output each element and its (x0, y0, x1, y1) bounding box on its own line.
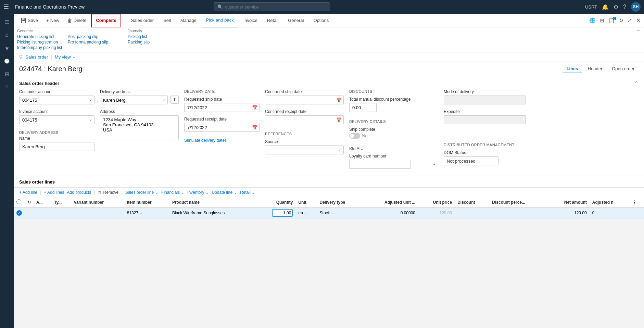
bell-icon[interactable]: 🔔 (602, 4, 609, 10)
picking-list-reg-link[interactable]: Picking list registration (17, 40, 62, 45)
confirmed-receipt-date-label: Confirmed receipt date (265, 109, 344, 114)
delivery-address-input[interactable] (100, 96, 168, 104)
td-quantity[interactable] (256, 207, 295, 218)
td-checkbox[interactable]: ✓ (14, 207, 25, 218)
sidebar-item-list[interactable]: ≡ (1, 81, 12, 92)
tab-header[interactable]: Header (584, 65, 607, 73)
expand-icon[interactable]: ⤢ (628, 17, 632, 24)
confirmed-receipt-date-input[interactable] (265, 115, 344, 124)
hamburger-icon[interactable]: ☰ (3, 3, 9, 11)
table-row[interactable]: ✓ ⌄ (14, 207, 644, 218)
tab-options[interactable]: Options (309, 14, 333, 27)
source-select[interactable] (265, 146, 344, 154)
close-icon[interactable]: ✕ (636, 17, 641, 24)
confirmed-ship-date-icon[interactable]: 📅 (336, 98, 342, 103)
tab-open-order[interactable]: Open order (608, 65, 639, 73)
post-packing-slip-link[interactable]: Post packing slip (67, 34, 108, 39)
view-selector[interactable]: My view ⌄ (55, 54, 75, 60)
form-col-2: Delivery address ⬆ Address 1234 Maple Wa… (100, 89, 179, 172)
save-button[interactable]: 💾 Save (17, 14, 41, 27)
sidebar-item-menu[interactable]: ☰ (1, 16, 12, 27)
generate-group-label: Generate (17, 29, 108, 33)
ship-complete-toggle[interactable] (349, 133, 360, 139)
tab-sales-order[interactable]: Sales order (127, 14, 158, 27)
requested-receipt-date-icon[interactable]: 📅 (252, 125, 257, 130)
tab-retail[interactable]: Retail (263, 14, 282, 27)
total-manual-discount-input[interactable] (349, 103, 377, 112)
sales-order-line-btn[interactable]: Sales order line ⌄ (125, 190, 159, 195)
requested-ship-date-input[interactable] (184, 103, 260, 112)
simulate-delivery-link[interactable]: Simulate delivery dates (184, 138, 260, 143)
expedite-input[interactable] (444, 115, 526, 124)
delivery-type-chevron[interactable]: ⌄ (331, 211, 334, 215)
add-products-btn[interactable]: Add products (67, 190, 91, 195)
requested-ship-date-icon[interactable]: 📅 (252, 105, 257, 110)
customer-account-input[interactable] (19, 96, 94, 104)
loyalty-card-select[interactable] (349, 160, 411, 169)
sidebar-item-home[interactable]: ⌂ (1, 29, 12, 40)
page-title: 024474 : Karen Berg (19, 65, 83, 73)
th-delivery-type: Delivery type (317, 197, 364, 207)
th-adjusted-unit: Adjusted unit ... (364, 197, 418, 207)
column-icon[interactable]: ⊞ (600, 17, 604, 24)
mode-of-delivery-input[interactable] (444, 96, 526, 104)
header-radio[interactable] (16, 199, 21, 204)
td-variant: ⌄ (71, 207, 124, 218)
picking-list-journal-link[interactable]: Picking list (128, 34, 169, 39)
th-discount: Discount (455, 197, 489, 207)
refresh-top-icon[interactable]: ↻ (619, 17, 623, 24)
add-lines-btn[interactable]: + Add lines (44, 190, 64, 195)
section-collapse-icon[interactable]: ⌃ (634, 80, 639, 86)
badge-icon[interactable]: 📋0 (608, 17, 615, 24)
tab-lines[interactable]: Lines (563, 65, 582, 73)
invoice-account-input[interactable] (19, 115, 94, 124)
tab-invoice[interactable]: Invoice (239, 14, 262, 27)
ship-complete-toggle-wrapper: No (349, 133, 438, 139)
form-col-6: Mode of delivery Expedite DISTRIBUTED OR… (444, 89, 526, 172)
chevron-down-icon-ret: ⌄ (252, 190, 255, 195)
tab-sell[interactable]: Sell (159, 14, 175, 27)
generate-picking-list-link[interactable]: Generate picking list (17, 34, 62, 39)
th-product: Product name (169, 197, 256, 207)
delete-button[interactable]: 🗑 Delete (64, 14, 90, 27)
name-input[interactable] (19, 142, 94, 151)
add-line-btn[interactable]: + Add line (19, 190, 37, 195)
financials-btn[interactable]: Financials ⌄ (161, 190, 185, 195)
page-actions: Lines Header Open order (563, 65, 639, 73)
tab-pick-and-pack[interactable]: Pick and pack (202, 14, 238, 27)
update-line-btn[interactable]: Update line ⌄ (212, 190, 237, 195)
confirmed-receipt-date-icon[interactable]: 📅 (336, 117, 342, 123)
address-textarea[interactable]: 1234 Maple Way San Francisco, CA 94103 U… (100, 115, 179, 139)
variant-chevron[interactable]: ⌄ (75, 211, 78, 215)
address-upload-icon[interactable]: ⬆ (171, 96, 179, 104)
search-input[interactable] (225, 4, 326, 10)
ribbon-collapse-icon[interactable]: ⌃ (636, 29, 641, 34)
td-more (630, 207, 644, 218)
avatar[interactable]: SH (631, 2, 641, 12)
tab-general[interactable]: General (284, 14, 308, 27)
sidebar-item-workspaces[interactable]: ⊞ (1, 68, 12, 79)
settings-icon[interactable]: ⚙ (614, 4, 618, 10)
dom-status-field: DOM Status Not processed (444, 150, 526, 165)
requested-receipt-date-input[interactable] (184, 123, 260, 132)
sidebar-item-recent[interactable]: 🕐 (1, 55, 12, 66)
pro-forma-packing-link[interactable]: Pro forma packing slip (67, 40, 108, 45)
inventory-btn[interactable]: Inventory ⌄ (187, 190, 209, 195)
new-button[interactable]: + New (43, 14, 63, 27)
help-icon[interactable]: ? (623, 4, 626, 10)
filter-icon[interactable]: ▽ (19, 54, 23, 60)
quantity-input[interactable] (272, 209, 293, 217)
sidebar-item-favorites[interactable]: ★ (1, 42, 12, 53)
unit-chevron[interactable]: ⌄ (304, 211, 307, 215)
complete-button[interactable]: Complete (91, 14, 121, 27)
tab-manage[interactable]: Manage (176, 14, 201, 27)
remove-btn[interactable]: 🗑 Remove (98, 190, 119, 195)
intercompany-picking-link[interactable]: Intercompany picking list (17, 45, 62, 50)
chevron-down-icon-sol: ⌄ (155, 190, 159, 195)
confirmed-ship-date-input[interactable] (265, 96, 344, 104)
packing-slip-link[interactable]: Packing slip (128, 40, 169, 45)
retail-lines-btn[interactable]: Retail ⌄ (240, 190, 255, 195)
globe-icon[interactable]: 🌐 (589, 17, 596, 24)
item-chevron[interactable]: ⌄ (140, 211, 142, 215)
sales-order-header-section: Sales order header ⌃ Customer account (14, 76, 644, 176)
